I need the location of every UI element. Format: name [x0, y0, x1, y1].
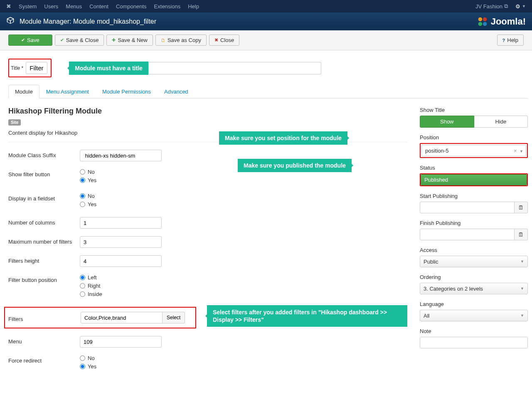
ordering-select[interactable]: 3. Categories on 2 levels▼	[420, 283, 528, 294]
page-title: Module Manager: Module mod_hikashop_filt…	[20, 18, 156, 25]
title-callout: Module must have a title	[69, 62, 148, 75]
filters-height-input[interactable]	[80, 255, 162, 267]
nav-menus[interactable]: Menus	[66, 3, 82, 10]
status-highlight: Published	[420, 173, 528, 186]
nav-help[interactable]: Help	[188, 3, 199, 10]
filter-btn-pos-right[interactable]: Right	[80, 283, 407, 289]
gear-icon: ⚙	[515, 3, 520, 10]
display-fieldset-no[interactable]: No	[80, 193, 407, 199]
filter-btn-pos-inside[interactable]: Inside	[80, 291, 407, 297]
close-button[interactable]: ✖Close	[209, 35, 239, 46]
calendar-icon: 🗓	[518, 205, 524, 211]
content-area: Title * Module must have a title Module …	[0, 50, 532, 387]
max-filters-label: Maximum number of filters	[8, 236, 80, 245]
num-columns-label: Number of columns	[8, 217, 80, 226]
save-new-button[interactable]: ✚Save & New	[106, 35, 153, 46]
title-input-extension[interactable]	[148, 62, 321, 74]
position-select[interactable]: position-5 × ▼	[421, 145, 526, 156]
finish-publishing-calendar-button[interactable]: 🗓	[515, 229, 528, 240]
position-clear-icon[interactable]: ×	[514, 148, 517, 154]
status-callout: Make sure you published the module	[238, 159, 352, 172]
force-redirect-no[interactable]: No	[80, 355, 407, 361]
chevron-down-icon: ▼	[520, 286, 524, 291]
force-redirect-yes[interactable]: Yes	[80, 363, 407, 370]
save-button[interactable]: ✔Save	[8, 35, 52, 46]
language-select[interactable]: All▼	[420, 310, 528, 321]
nav-users[interactable]: Users	[44, 3, 58, 10]
caret-down-icon: ▼	[522, 4, 526, 8]
tab-module-permissions[interactable]: Module Permissions	[96, 85, 158, 98]
force-redirect-label: Force redirect	[8, 355, 80, 364]
position-value: position-5	[425, 148, 448, 154]
finish-publishing-input[interactable]	[420, 229, 515, 240]
chevron-down-icon: ▼	[519, 149, 523, 153]
title-highlight: Title *	[8, 59, 52, 77]
svg-point-1	[483, 17, 487, 21]
settings-menu[interactable]: ⚙ ▼	[515, 3, 526, 10]
svg-point-2	[478, 22, 482, 25]
check-icon: ✔	[21, 37, 25, 43]
title-input[interactable]	[26, 62, 47, 74]
show-title-label: Show Title	[420, 107, 528, 113]
show-title-show[interactable]: Show	[420, 116, 474, 128]
start-publishing-label: Start Publishing	[420, 193, 528, 199]
joomla-logo: Joomla!	[476, 15, 526, 28]
nav-components[interactable]: Components	[116, 3, 147, 10]
tab-advanced[interactable]: Advanced	[158, 85, 195, 98]
filters-highlight: Filters Select	[4, 307, 196, 328]
plus-icon: ✚	[112, 37, 116, 43]
suffix-input[interactable]	[80, 150, 162, 161]
show-title-hide[interactable]: Hide	[474, 116, 528, 128]
cube-icon	[6, 16, 15, 27]
nav-system[interactable]: System	[19, 3, 37, 10]
filter-btn-pos-label: Filter button position	[8, 274, 80, 283]
num-columns-input[interactable]	[80, 217, 162, 229]
menu-label: Menu	[8, 336, 80, 345]
status-select[interactable]: Published	[421, 174, 527, 185]
help-icon: ?	[502, 38, 505, 43]
tab-menu-assignment[interactable]: Menu Assignment	[39, 85, 96, 98]
right-column: Show Title Show Hide Position position-5…	[420, 107, 528, 379]
tab-module[interactable]: Module	[8, 85, 39, 99]
display-fieldset-yes[interactable]: Yes	[80, 201, 407, 207]
display-fieldset-label: Display in a fieldset	[8, 193, 80, 202]
filters-input[interactable]	[81, 312, 163, 323]
module-description: Content display for Hikashop	[8, 130, 407, 136]
filter-btn-pos-left[interactable]: Left	[80, 274, 407, 281]
site-badge: Site	[8, 119, 21, 126]
note-input[interactable]	[420, 337, 528, 348]
access-select[interactable]: Public▼	[420, 256, 528, 267]
show-title-toggle[interactable]: Show Hide	[420, 116, 528, 128]
check-icon: ✔	[60, 37, 64, 43]
filters-select-button[interactable]: Select	[163, 312, 185, 323]
show-filter-button-label: Show filter button	[8, 169, 80, 178]
suffix-label: Module Class Suffix	[8, 150, 80, 158]
start-publishing-input[interactable]	[420, 202, 515, 213]
site-link[interactable]: JV Fashion ⧉	[475, 3, 508, 10]
copy-icon: 🗋	[161, 38, 165, 43]
start-publishing-calendar-button[interactable]: 🗓	[515, 202, 528, 213]
chevron-down-icon: ▼	[520, 259, 524, 264]
module-heading: Hikashop Filtering Module	[8, 107, 407, 116]
nav-content[interactable]: Content	[89, 3, 108, 10]
filters-callout: Select filters after you added filters i…	[207, 305, 407, 327]
note-label: Note	[420, 328, 528, 334]
calendar-icon: 🗓	[518, 232, 524, 238]
ordering-label: Ordering	[420, 274, 528, 280]
external-icon: ⧉	[504, 3, 508, 10]
tabs: Module Menu Assignment Module Permission…	[8, 85, 528, 99]
left-column: Hikashop Filtering Module Site Content d…	[8, 107, 407, 379]
finish-publishing-label: Finish Publishing	[420, 220, 528, 226]
nav-extensions[interactable]: Extensions	[154, 3, 181, 10]
position-highlight: position-5 × ▼	[420, 143, 528, 158]
position-label: Position	[420, 134, 528, 141]
help-button[interactable]: ?Help	[497, 35, 524, 46]
top-nav: ✖ System Users Menus Content Components …	[0, 0, 532, 12]
save-close-button[interactable]: ✔Save & Close	[55, 35, 104, 46]
save-copy-button[interactable]: 🗋Save as Copy	[155, 35, 207, 46]
svg-point-3	[483, 22, 487, 25]
language-label: Language	[420, 301, 528, 307]
show-filter-yes[interactable]: Yes	[80, 177, 407, 183]
max-filters-input[interactable]	[80, 236, 162, 248]
menu-input[interactable]	[80, 336, 162, 348]
